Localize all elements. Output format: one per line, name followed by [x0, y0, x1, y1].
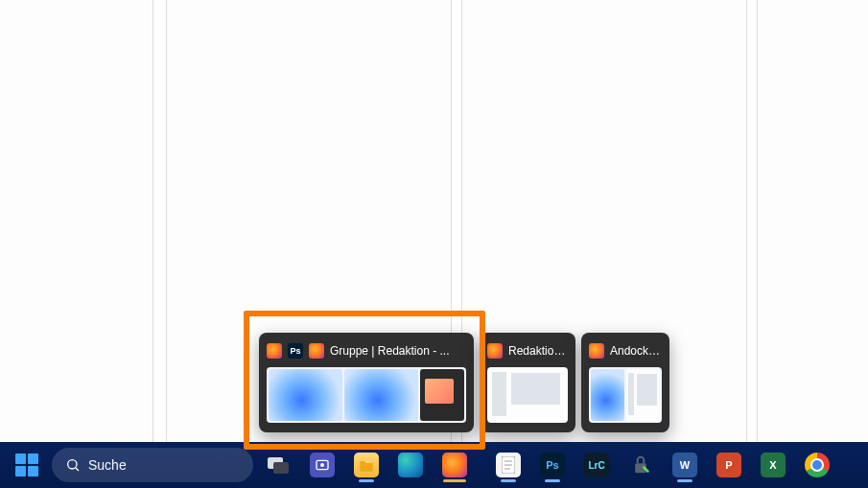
photoshop-icon: Ps — [288, 343, 303, 359]
notepad-button[interactable] — [489, 446, 528, 484]
teams-button[interactable] — [303, 446, 341, 484]
svg-line-1 — [76, 468, 79, 471]
thumbnail-group[interactable]: Ps Gruppe | Redaktion - ... — [259, 333, 474, 432]
firefox-button[interactable] — [435, 446, 474, 484]
thumbnail-title: Redaktion - ... — [508, 344, 568, 358]
task-view-icon — [267, 454, 290, 476]
folder-icon — [354, 453, 379, 477]
search-icon — [65, 457, 81, 473]
svg-rect-3 — [273, 462, 289, 474]
start-button[interactable] — [8, 446, 46, 484]
svg-point-0 — [68, 460, 77, 469]
firefox-icon — [442, 453, 467, 477]
task-view-button[interactable] — [259, 446, 297, 484]
excel-icon: X — [761, 453, 786, 477]
word-button[interactable]: W — [666, 446, 704, 484]
edge-icon — [398, 453, 423, 477]
firefox-icon — [589, 343, 604, 359]
snap-zone — [0, 0, 153, 488]
thumbnail-title: Andocke... — [610, 344, 662, 358]
edge-button[interactable] — [391, 446, 430, 484]
excel-button[interactable]: X — [754, 446, 792, 484]
powerpoint-icon: P — [716, 453, 741, 477]
firefox-icon — [309, 343, 324, 359]
windows-logo-icon — [15, 453, 38, 476]
snap-zone — [757, 0, 868, 488]
powerpoint-button[interactable]: P — [710, 446, 748, 484]
word-icon: W — [672, 453, 697, 477]
taskbar: Suche Ps LrC — [0, 442, 868, 488]
notepad-icon — [496, 453, 521, 477]
teams-icon — [310, 453, 335, 477]
photoshop-icon: Ps — [540, 453, 565, 477]
taskbar-search[interactable]: Suche — [52, 448, 253, 482]
firefox-icon — [267, 343, 282, 359]
svg-point-5 — [320, 463, 324, 467]
thumbnail-window[interactable]: Redaktion - ... — [480, 333, 575, 432]
chrome-button[interactable] — [798, 446, 836, 484]
thumbnail-title: Gruppe | Redaktion - ... — [330, 344, 466, 358]
file-explorer-button[interactable] — [347, 446, 386, 484]
thumbnail-preview — [487, 367, 568, 423]
lightroom-button[interactable]: LrC — [577, 446, 616, 484]
lock-icon — [628, 453, 653, 477]
secure-app-button[interactable] — [622, 446, 660, 484]
firefox-icon — [487, 343, 503, 359]
photoshop-button[interactable]: Ps — [533, 446, 572, 484]
taskbar-thumbnail-popup: Ps Gruppe | Redaktion - ... Redaktion - … — [259, 333, 669, 432]
chrome-icon — [805, 453, 830, 477]
lightroom-icon: LrC — [584, 453, 609, 477]
thumbnail-preview — [267, 367, 466, 423]
thumbnail-window[interactable]: Andocke... — [581, 333, 669, 432]
search-placeholder: Suche — [88, 457, 127, 473]
thumbnail-preview — [589, 367, 662, 423]
